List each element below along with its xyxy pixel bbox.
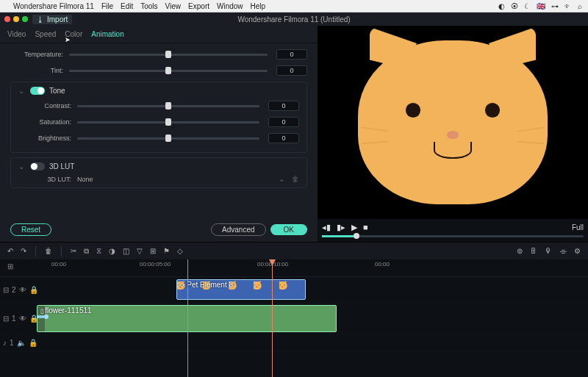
lut-label: 3D LUT: — [18, 176, 71, 183]
ruler-tick: 00:00 — [51, 261, 66, 268]
lut-toggle[interactable] — [30, 162, 45, 170]
menu-tools[interactable]: Tools — [140, 2, 157, 10]
import-button[interactable]: ⭳ Import — [32, 15, 72, 24]
menu-edit[interactable]: Edit — [121, 2, 133, 10]
audio-icon[interactable]: ♪ — [3, 339, 7, 347]
preview-content — [358, 40, 548, 205]
track-audio-1: ♪ 1 🔈 🔒 — [0, 335, 588, 351]
tab-color[interactable]: Color➤ — [65, 29, 82, 40]
text-icon[interactable]: ⊞ — [150, 247, 156, 255]
reset-button[interactable]: Reset — [10, 223, 51, 236]
wifi-icon[interactable]: ⊶ — [551, 2, 559, 10]
lut-section-label: 3D LUT — [49, 162, 74, 170]
wifi-icon[interactable]: ᯤ — [564, 2, 572, 10]
timeline-zoom-bar — [0, 351, 588, 366]
advanced-button[interactable]: Advanced — [211, 223, 265, 236]
marker-icon[interactable]: ⚑ — [163, 247, 170, 255]
green-screen-icon[interactable]: ▽ — [137, 247, 143, 255]
stop-button[interactable]: ■ — [363, 223, 368, 231]
tone-label: Tone — [49, 87, 65, 95]
tint-slider[interactable] — [69, 70, 268, 72]
moon-icon[interactable]: ☾ — [524, 2, 531, 10]
undo-icon[interactable]: ↶ — [7, 247, 13, 255]
track-video-2: ⊟ 2 👁 🔒 ⟳ Pet Element 8 — [0, 277, 588, 303]
mask-icon[interactable]: ◫ — [123, 247, 129, 255]
tone-toggle[interactable] — [30, 87, 45, 95]
prev-frame-button[interactable]: ◂▮ — [322, 223, 331, 232]
mic-icon[interactable]: 🎙 — [545, 247, 552, 255]
chevron-down-icon[interactable]: ⌄ — [18, 87, 24, 95]
cut-icon[interactable]: ✂ — [71, 247, 76, 255]
lang-flag[interactable]: 🇬🇧 — [537, 2, 545, 10]
brightness-slider[interactable] — [77, 137, 259, 140]
menu-app[interactable]: Wondershare Filmora 11 — [13, 2, 94, 10]
brightness-label: Brightness: — [18, 134, 71, 142]
contrast-label: Contrast: — [18, 102, 71, 109]
mac-menubar: Wondershare Filmora 11 File Edit Tools V… — [0, 0, 588, 12]
contrast-input[interactable] — [268, 101, 299, 111]
temperature-slider[interactable] — [69, 54, 268, 56]
video-preview[interactable] — [318, 26, 588, 219]
ruler-tick: 00:00:05:00 — [140, 261, 171, 268]
clip-label: ▯ flower-111511 — [40, 306, 92, 315]
status-icon[interactable]: ⦿ — [511, 2, 518, 10]
keyframe-icon[interactable]: ◇ — [177, 247, 183, 255]
region-marker[interactable] — [187, 259, 188, 377]
timeline: ⊞ 00:00 00:00:05:00 00:00:10:00 00:00 ⊟ … — [0, 259, 588, 377]
tab-speed[interactable]: Speed — [35, 29, 56, 40]
minimize-icon[interactable] — [13, 16, 19, 22]
lut-select[interactable]: None — [77, 176, 279, 183]
track-video-1: ⊟ 1 👁 🔒 ▯ flower-111511 — [0, 303, 588, 335]
track-id: 1 — [12, 315, 16, 323]
ok-button[interactable]: OK — [270, 224, 307, 235]
delete-icon[interactable]: 🗑 — [45, 247, 52, 255]
chevron-down-icon[interactable]: ⌄ — [18, 162, 24, 170]
redo-icon[interactable]: ↷ — [21, 247, 26, 255]
import-label: Import — [47, 15, 68, 24]
contrast-slider[interactable] — [77, 105, 259, 107]
visibility-icon[interactable]: 👁 — [19, 286, 26, 294]
track-manager-icon[interactable]: ⊞ — [7, 262, 13, 270]
temperature-label: Temperature: — [10, 51, 63, 58]
color-icon[interactable]: ◑ — [109, 247, 115, 255]
window-controls[interactable] — [4, 16, 28, 22]
settings-icon[interactable]: ⚙ — [574, 247, 581, 255]
clip-pet-element[interactable]: ⟳ Pet Element 8 — [176, 279, 306, 300]
chevron-down-icon[interactable]: ⌄ — [279, 175, 284, 183]
visibility-icon[interactable]: 👁 — [19, 315, 26, 323]
status-icon[interactable]: ◐ — [498, 2, 505, 10]
tint-input[interactable] — [276, 65, 307, 76]
track-collapse-icon[interactable]: ⊟ — [3, 286, 9, 294]
search-icon[interactable]: ⌕ — [578, 2, 582, 10]
menu-help[interactable]: Help — [251, 2, 266, 10]
play-button[interactable]: ▶ — [351, 223, 357, 232]
zoom-icon[interactable] — [22, 16, 28, 22]
temperature-input[interactable] — [276, 49, 307, 60]
menu-file[interactable]: File — [101, 2, 113, 10]
brightness-input[interactable] — [268, 133, 299, 143]
close-icon[interactable] — [4, 16, 10, 22]
preview-scrubber[interactable] — [322, 235, 584, 237]
next-frame-button[interactable]: ▮▸ — [337, 223, 345, 232]
clip-flower[interactable]: ▯ flower-111511 — [37, 305, 337, 332]
tab-animation[interactable]: Animation — [91, 29, 123, 40]
tab-video[interactable]: Video — [7, 29, 26, 40]
menu-view[interactable]: View — [165, 2, 182, 10]
menu-window[interactable]: Window — [217, 2, 243, 10]
speed-icon[interactable]: ⧖ — [96, 247, 101, 256]
saturation-slider[interactable] — [77, 121, 259, 123]
lut-section: ⌄ 3D LUT 3D LUT: None ⌄ 🗑 — [10, 157, 307, 188]
mute-icon[interactable]: 🔈 — [17, 339, 26, 347]
crop-icon[interactable]: ⧉ — [84, 247, 89, 256]
mixer-icon[interactable]: ⌯ — [559, 247, 567, 255]
record-icon[interactable]: ⊚ — [517, 247, 523, 255]
track-collapse-icon[interactable]: ⊟ — [3, 315, 9, 323]
saturation-input[interactable] — [268, 117, 299, 127]
playhead[interactable] — [272, 259, 273, 377]
timeline-toolbar: ↶ ↷ 🗑 ✂ ⧉ ⧖ ◑ ◫ ▽ ⊞ ⚑ ◇ ⊚ 🎚 🎙 ⌯ ⚙ — [0, 242, 588, 259]
quality-label[interactable]: Full — [572, 223, 584, 231]
menu-export[interactable]: Export — [188, 2, 209, 10]
trash-icon[interactable]: 🗑 — [292, 175, 299, 183]
audio-icon[interactable]: 🎚 — [530, 247, 537, 255]
timeline-ruler[interactable]: ⊞ 00:00 00:00:05:00 00:00:10:00 00:00 — [0, 259, 588, 277]
